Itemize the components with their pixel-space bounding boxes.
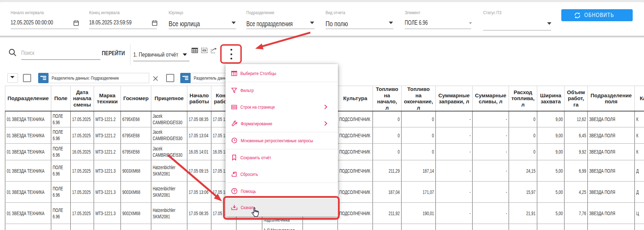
svg-text:?: ? xyxy=(233,189,235,193)
